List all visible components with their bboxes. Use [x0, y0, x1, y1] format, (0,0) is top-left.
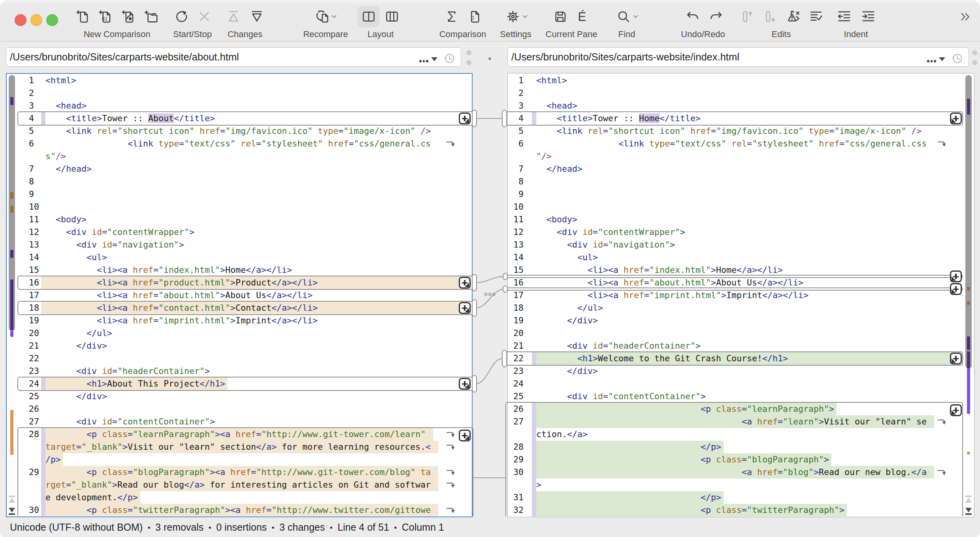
icon-shape: [200, 13, 209, 21]
diff-change-overlay: [0, 73, 980, 516]
path-history-icon-left[interactable]: [444, 53, 455, 66]
icon-shape: [148, 14, 157, 22]
toolbar-icon-sigma-summary[interactable]: [445, 9, 459, 24]
left-file-path-field[interactable]: /Users/brunobrito/Sites/carparts-website…: [6, 47, 461, 67]
icon-shape: [839, 15, 842, 18]
pane-splitter-dot[interactable]: [466, 50, 471, 55]
pane-splitter-dot[interactable]: [466, 60, 471, 65]
toolbar-icon-outdent-left[interactable]: [837, 9, 851, 24]
toolbar-icon-next-change-funnel[interactable]: [250, 9, 264, 24]
toolbar-icon-indent-right[interactable]: [861, 9, 875, 24]
toolbar-icon-magnifier[interactable]: [616, 9, 631, 24]
change-box-tab: [472, 375, 477, 392]
toolbar-icon-discard-edits-warning[interactable]: [786, 9, 801, 24]
toolbar-chevron-settings[interactable]: [522, 13, 528, 20]
icon-shape: [817, 16, 822, 20]
toolbar-label-recompare: Recompare: [303, 29, 348, 39]
path-ellipsis-dot-right[interactable]: [927, 60, 929, 62]
toolbar-icon-encoding-e-acute[interactable]: É: [575, 9, 589, 24]
icon-shape: [952, 57, 954, 59]
apply-change-right-button[interactable]: [459, 113, 471, 124]
toolbar-icon-start-circle-arrow[interactable]: [174, 9, 188, 24]
change-box-tab: [503, 273, 508, 280]
apply-change-right-button[interactable]: [459, 378, 471, 390]
toolbar-icon-new-file[interactable]: [75, 9, 90, 24]
path-ellipsis-dot-left[interactable]: [419, 60, 422, 62]
path-dropdown-arrow-right[interactable]: [939, 57, 945, 61]
icon-shape: [444, 57, 447, 59]
icon-shape: [791, 11, 793, 14]
icon-shape: [471, 11, 479, 22]
icon-shape: [786, 9, 801, 24]
apply-change-right-button[interactable]: [459, 430, 471, 441]
toolbar-icon-previous-change-triangle[interactable]: [226, 9, 241, 24]
icon-shape: É: [575, 9, 589, 24]
icon-shape: [709, 9, 723, 24]
right-file-path-field[interactable]: /Users/brunobrito/Sites/carparts-website…: [507, 47, 969, 67]
apply-change-right-button[interactable]: [459, 302, 471, 314]
apply-change-left-button[interactable]: [950, 353, 962, 364]
apply-change-left-button[interactable]: [950, 113, 962, 124]
icon-shape: É: [578, 9, 586, 24]
status-part-1: 3 removals: [155, 522, 204, 533]
toolbar-icon-redo-arrow[interactable]: [709, 9, 723, 24]
icon-shape: [861, 9, 875, 24]
icon-shape: [616, 9, 631, 24]
plus-direction-triangle: [465, 436, 469, 440]
plus-direction-triangle: [952, 276, 956, 281]
status-part-3: 3 changes: [279, 522, 325, 533]
icon-shape: [960, 11, 971, 22]
toolbar-label-indent: Indent: [844, 29, 868, 39]
icon-shape: [331, 13, 337, 20]
icon-shape: [792, 19, 792, 20]
toolbar-icon-accept-edits-list-check[interactable]: [809, 9, 823, 24]
icon-shape: 01: [102, 16, 107, 22]
window-control-close[interactable]: [15, 14, 26, 26]
toolbar-icon-file-report[interactable]: [467, 9, 481, 24]
apply-change-left-button[interactable]: [950, 404, 962, 416]
toolbar-overflow-chevrons[interactable]: [960, 11, 971, 22]
toolbar-chevron-recompare[interactable]: [331, 13, 337, 20]
pane-splitter-dot[interactable]: [972, 60, 977, 65]
left-file-path: /Users/brunobrito/Sites/carparts-website…: [10, 48, 239, 66]
path-ellipsis-dot-right: [934, 60, 936, 62]
toolbar-icon-new-file-media[interactable]: [121, 9, 135, 24]
apply-change-left-button[interactable]: [950, 283, 962, 295]
pane-splitter-center-dot[interactable]: [488, 57, 491, 60]
apply-change-left-button[interactable]: [950, 270, 962, 282]
pane-splitter-dot[interactable]: [972, 50, 977, 55]
toolbar-icon-save-floppy[interactable]: [553, 9, 567, 24]
toolbar-icon-undo-arrow[interactable]: [686, 9, 700, 24]
toolbar-chevron-find[interactable]: [632, 13, 639, 20]
toolbar-icon-gear[interactable]: [506, 9, 520, 24]
toolbar-icon-layout-three-pane[interactable]: [385, 9, 399, 24]
icon-shape: [390, 12, 394, 21]
toolbar-icon-scroll-sync-up[interactable]: [741, 9, 755, 24]
window-control-minimize[interactable]: [30, 14, 42, 26]
app-screenshot: 01New ComparisonStart/StopChangesRecompa…: [0, 0, 980, 537]
window-control-zoom[interactable]: [46, 14, 58, 26]
icon-shape: 01: [98, 9, 112, 24]
icon-shape: [467, 9, 481, 24]
icon-shape: [741, 9, 755, 24]
change-connector: [476, 289, 504, 308]
path-history-icon-right[interactable]: [952, 53, 963, 66]
plus-direction-triangle: [465, 308, 469, 312]
toolbar-icon-layout-two-pane[interactable]: [362, 9, 376, 24]
toolbar-icon-new-file-versions[interactable]: 01: [98, 9, 112, 24]
toolbar-icon-scroll-sync-down[interactable]: [763, 9, 778, 24]
icon-shape: [772, 17, 775, 21]
toolbar-icon-stop-x[interactable]: [197, 9, 211, 24]
icon-shape: [957, 56, 959, 60]
toolbar-icon-recompare-cycle-doc[interactable]: [315, 9, 329, 24]
icon-shape: [183, 11, 187, 15]
path-dropdown-arrow-left[interactable]: [431, 57, 437, 61]
toolbar-icon-new-folder[interactable]: [144, 9, 158, 24]
path-ellipsis-dot-right: [931, 60, 933, 62]
apply-change-right-button[interactable]: [459, 277, 471, 289]
icon-shape: [796, 17, 799, 21]
toolbar-label-new-comparison: New Comparison: [84, 29, 151, 39]
icon-shape: [332, 15, 336, 17]
status-separator: ●: [208, 522, 211, 533]
icon-shape: [515, 19, 516, 20]
